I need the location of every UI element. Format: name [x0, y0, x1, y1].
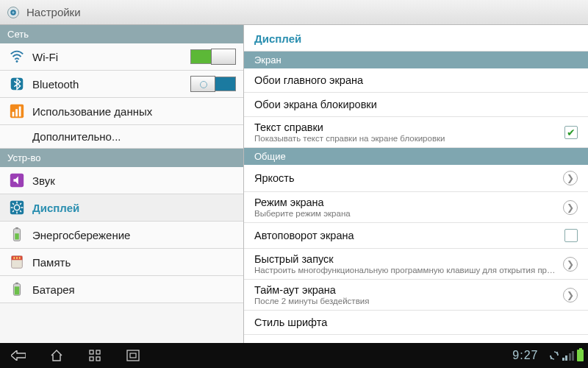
setting-subtitle: Настроить многофункциональную программну… — [254, 266, 557, 275]
sidebar-item-label: Wi-Fi — [32, 51, 183, 63]
home-button[interactable] — [43, 346, 71, 365]
sidebar-item-display[interactable]: Дисплей — [0, 194, 243, 222]
content-category-header: Общие — [244, 148, 588, 165]
setting-row-quick-launch[interactable]: Быстрый запускНастроить многофункциональ… — [244, 249, 588, 280]
setting-row-help-text[interactable]: Текст справкиПоказывать текст справки на… — [244, 117, 588, 148]
svg-rect-17 — [13, 257, 15, 259]
back-button[interactable] — [4, 346, 32, 365]
screenshot-button[interactable] — [119, 346, 147, 365]
page-title: Настройки — [26, 6, 81, 18]
svg-rect-6 — [12, 112, 15, 116]
display-icon — [9, 199, 25, 216]
svg-rect-24 — [96, 350, 100, 354]
setting-subtitle: Выберите режим экрана — [254, 209, 557, 218]
sidebar-item-storage[interactable]: Память — [0, 249, 243, 276]
svg-rect-27 — [127, 350, 139, 361]
sidebar-item-label: Дисплей — [32, 202, 236, 214]
svg-point-3 — [16, 60, 18, 63]
system-navbar: 9:27 — [0, 343, 588, 368]
svg-rect-8 — [19, 107, 21, 117]
chevron-right-icon: ❯ — [563, 200, 578, 215]
setting-title: Автоповорот экрана — [254, 230, 559, 241]
signal-icon — [562, 350, 575, 361]
settings-gear-icon — [6, 5, 21, 20]
sidebar-item-more[interactable]: Дополнительно... — [0, 125, 243, 149]
bluetooth-toggle[interactable] — [190, 77, 236, 91]
setting-row-screen-mode[interactable]: Режим экранаВыберите режим экрана❯ — [244, 192, 588, 223]
sidebar-item-label: Энергосбережение — [32, 229, 236, 241]
setting-title: Тайм-аут экрана — [254, 284, 557, 296]
sidebar: СетьWi-FiBluetoothИспользование данныхДо… — [0, 25, 244, 343]
sidebar-item-label: Память — [32, 256, 236, 269]
sidebar-item-bluetooth[interactable]: Bluetooth — [0, 71, 243, 98]
setting-title: Стиль шрифта — [254, 316, 578, 328]
svg-point-2 — [12, 11, 14, 13]
sidebar-item-power[interactable]: Энергосбережение — [0, 222, 243, 249]
sound-icon — [9, 172, 25, 188]
power-icon — [9, 227, 25, 243]
sidebar-item-wifi[interactable]: Wi-Fi — [0, 43, 243, 71]
sidebar-item-label: Bluetooth — [32, 78, 183, 91]
svg-rect-25 — [90, 357, 93, 361]
svg-rect-13 — [15, 233, 19, 239]
chevron-right-icon: ❯ — [563, 171, 578, 185]
content-category-header: Экран — [244, 52, 588, 68]
setting-row-home-wallpaper[interactable]: Обои главного экрана — [244, 68, 588, 93]
setting-subtitle: После 2 минуты бездействия — [254, 297, 557, 305]
setting-row-screen-timeout[interactable]: Тайм-аут экранаПосле 2 минуты бездействи… — [244, 280, 588, 311]
clock[interactable]: 9:27 — [512, 349, 538, 362]
svg-rect-7 — [15, 109, 18, 116]
svg-rect-22 — [15, 283, 18, 284]
svg-rect-18 — [16, 257, 18, 259]
chevron-right-icon: ❯ — [563, 288, 578, 302]
sync-icon — [549, 350, 559, 361]
svg-rect-23 — [90, 350, 93, 354]
svg-rect-14 — [15, 227, 18, 229]
svg-rect-26 — [96, 357, 100, 361]
wifi-icon — [9, 49, 25, 65]
chevron-right-icon: ❯ — [563, 257, 578, 272]
content-title: Дисплей — [244, 25, 588, 52]
recent-apps-button[interactable] — [81, 346, 109, 365]
setting-row-brightness[interactable]: Яркость❯ — [244, 165, 588, 192]
sidebar-item-label: Батарея — [32, 283, 236, 296]
setting-row-lock-wallpaper[interactable]: Обои экрана блокировки — [244, 93, 588, 117]
sidebar-item-label: Звук — [32, 174, 236, 187]
svg-rect-19 — [19, 257, 21, 259]
svg-rect-28 — [130, 353, 136, 358]
data-usage-icon — [9, 103, 25, 119]
battery-icon — [9, 281, 25, 297]
sidebar-section-header: Сеть — [0, 25, 243, 43]
battery-icon — [577, 350, 584, 361]
bluetooth-icon — [9, 76, 25, 92]
titlebar: Настройки — [0, 0, 588, 25]
sidebar-item-label: Использование данных — [32, 105, 236, 118]
sidebar-item-data-usage[interactable]: Использование данных — [0, 98, 243, 125]
auto-rotate-checkbox[interactable] — [564, 229, 578, 242]
setting-row-auto-rotate[interactable]: Автоповорот экрана — [244, 223, 588, 249]
help-text-checkbox[interactable] — [564, 126, 578, 139]
wifi-toggle[interactable] — [190, 49, 236, 64]
setting-title: Текст справки — [254, 121, 559, 133]
setting-row-font-style[interactable]: Стиль шрифта — [244, 311, 588, 335]
sidebar-item-battery[interactable]: Батарея — [0, 276, 243, 303]
status-icons — [549, 350, 584, 361]
setting-title: Яркость — [254, 172, 557, 184]
setting-title: Быстрый запуск — [254, 253, 557, 265]
storage-icon — [9, 254, 25, 270]
sidebar-item-sound[interactable]: Звук — [0, 167, 243, 194]
setting-title: Обои главного экрана — [254, 74, 578, 86]
sidebar-section-header: Устр-во — [0, 149, 243, 167]
content-pane: Дисплей ЭкранОбои главного экранаОбои эк… — [244, 25, 588, 343]
setting-subtitle: Показывать текст справки на экране блоки… — [254, 134, 559, 143]
setting-title: Режим экрана — [254, 197, 557, 208]
sidebar-item-label: Дополнительно... — [32, 130, 236, 143]
svg-rect-21 — [15, 286, 19, 294]
setting-title: Обои экрана блокировки — [254, 99, 578, 110]
